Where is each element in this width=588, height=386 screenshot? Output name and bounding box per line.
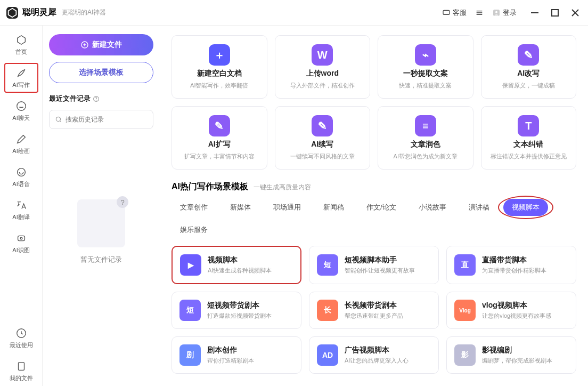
support-button[interactable]: 客服: [438, 6, 471, 20]
close-button[interactable]: [569, 6, 582, 19]
action-title: 一秒提取文案: [403, 69, 448, 78]
svg-point-6: [17, 101, 26, 110]
support-label: 客服: [453, 8, 467, 18]
template-card[interactable]: 影影视编剧编剧梦，帮你完成影视剧本: [446, 336, 576, 374]
maximize-button[interactable]: [549, 6, 561, 19]
svg-rect-11: [18, 362, 24, 370]
sidebar-item-voice[interactable]: AI语音: [4, 162, 38, 192]
svg-rect-4: [552, 10, 558, 16]
help-icon: [93, 95, 100, 102]
action-icon: ＋: [209, 44, 230, 66]
new-file-label: 新建文件: [92, 40, 122, 50]
template-card[interactable]: AD广告视频脚本AI让您的品牌更深入人心: [309, 336, 439, 374]
template-title: 短视频脚本助手: [345, 255, 415, 265]
action-desc: 扩写文章，丰富情节和内容: [184, 152, 255, 160]
action-card[interactable]: ✎AI改写保留原义，一键成稿: [481, 35, 577, 99]
search-box[interactable]: [49, 110, 153, 129]
app-logo-icon: [6, 7, 18, 19]
action-card[interactable]: T文本纠错标注错误文本并提供修正意见: [481, 106, 577, 170]
template-icon: 直: [454, 254, 476, 276]
template-desc: 帮你打造精彩剧本: [207, 357, 254, 365]
sidebar-item-label: AI语音: [12, 180, 29, 188]
template-desc: 智能创作让短视频更有故事: [345, 267, 415, 275]
sidebar-item-label: 我的文件: [10, 374, 33, 382]
sidebar-item-label: AI识图: [12, 246, 29, 254]
sidebar-item-translate[interactable]: AI翻译: [4, 195, 38, 225]
action-card[interactable]: ≡文章润色AI帮您润色为成为新文章: [378, 106, 473, 170]
template-tab[interactable]: 视频脚本: [503, 199, 548, 216]
action-icon: ✎: [209, 115, 230, 136]
template-tab[interactable]: 新闻稿: [315, 199, 353, 216]
action-card[interactable]: W上传word导入外部文件，精准创作: [275, 35, 371, 99]
template-title: vlog视频脚本: [482, 301, 551, 310]
sidebar-item-write[interactable]: AI写作: [4, 63, 38, 93]
sidebar-item-draw[interactable]: AI绘画: [4, 129, 38, 159]
left-panel: 新建文件 选择场景模板 最近文件记录 暂无文件记录: [43, 26, 160, 386]
sidebar-item-home[interactable]: 首页: [4, 30, 38, 60]
template-desc: 编剧梦，帮你完成影视剧本: [482, 357, 552, 365]
template-card[interactable]: ▶视频脚本AI快速生成各种视频脚本: [172, 246, 301, 284]
template-desc: 为直播带货创作精彩脚本: [482, 267, 546, 275]
menu-button[interactable]: [471, 6, 488, 19]
action-desc: AI智能写作，效率翻倍: [190, 82, 248, 90]
template-card[interactable]: 长长视频带货剧本帮您迅速带红更多产品: [309, 292, 439, 329]
titlebar: 聪明灵犀 更聪明的AI神器 客服 登录: [0, 0, 588, 26]
template-tab[interactable]: 新媒体: [222, 199, 259, 216]
template-icon: 影: [454, 344, 476, 366]
sidebar-item-vision[interactable]: AI识图: [4, 228, 38, 258]
template-desc: AI快速生成各种视频脚本: [208, 267, 272, 275]
action-title: AI改写: [517, 69, 540, 78]
template-card[interactable]: 剧剧本创作帮你打造精彩剧本: [172, 336, 301, 374]
choose-template-button[interactable]: 选择场景模板: [49, 62, 153, 83]
action-card[interactable]: ✎AI续写一键续写不同风格的文章: [275, 106, 371, 170]
template-desc: 帮您迅速带红更多产品: [345, 312, 403, 320]
template-icon: ▶: [180, 254, 201, 276]
action-title: AI续写: [311, 140, 333, 149]
action-desc: 保留原义，一键成稿: [502, 82, 555, 90]
action-title: 新建空白文档: [197, 69, 242, 78]
template-desc: 让您的vlog视频更有故事感: [482, 312, 551, 320]
template-card[interactable]: 短短视频脚本助手智能创作让短视频更有故事: [309, 246, 439, 284]
template-icon: AD: [317, 344, 338, 366]
action-icon: ✎: [518, 44, 539, 66]
minimize-button[interactable]: [528, 6, 541, 19]
new-file-button[interactable]: 新建文件: [49, 34, 153, 55]
template-card[interactable]: 短短视频带货剧本打造爆款短视频带货剧本: [172, 292, 301, 329]
template-icon: 短: [317, 254, 338, 276]
template-tab[interactable]: 娱乐服务: [172, 221, 216, 238]
template-title: 影视编剧: [482, 345, 552, 355]
action-title: 文章润色: [411, 140, 440, 149]
empty-text: 暂无文件记录: [80, 255, 122, 264]
sidebar-item-label: AI翻译: [12, 213, 29, 221]
app-title: 聪明灵犀: [22, 7, 56, 18]
action-desc: 一键续写不同风格的文章: [290, 152, 355, 160]
svg-rect-8: [18, 236, 24, 240]
search-input[interactable]: [66, 116, 148, 123]
template-tab[interactable]: 小说故事: [410, 199, 455, 216]
template-tab[interactable]: 职场通用: [265, 199, 309, 216]
template-card[interactable]: 直直播带货脚本为直播带货创作精彩脚本: [446, 246, 576, 284]
template-card[interactable]: Vlogvlog视频脚本让您的vlog视频更有故事感: [446, 292, 576, 329]
template-icon: Vlog: [454, 300, 476, 321]
template-icon: 剧: [179, 344, 201, 366]
template-tab[interactable]: 文章创作: [172, 199, 216, 216]
sidebar-item-files[interactable]: 我的文件: [4, 356, 38, 386]
template-title: 广告视频脚本: [345, 345, 409, 355]
action-card[interactable]: ＋新建空白文档AI智能写作，效率翻倍: [172, 35, 267, 99]
login-button[interactable]: 登录: [488, 6, 521, 20]
section-subtitle: 一键生成高质量内容: [254, 183, 311, 192]
user-icon: [492, 9, 501, 17]
sidebar-item-chat[interactable]: AI聊天: [4, 96, 38, 126]
sidebar-item-recent[interactable]: 最近使用: [4, 323, 38, 353]
sidebar-item-label: 最近使用: [10, 341, 33, 349]
recent-title: 最近文件记录: [49, 94, 153, 103]
sidebar-item-label: AI聊天: [12, 114, 29, 122]
svg-marker-0: [9, 8, 17, 17]
action-card[interactable]: ✎AI扩写扩写文章，丰富情节和内容: [172, 106, 267, 170]
template-tab[interactable]: 作文/论文: [358, 199, 405, 216]
svg-marker-5: [17, 35, 25, 44]
template-tab[interactable]: 演讲稿: [460, 199, 498, 216]
action-card[interactable]: ⌁一秒提取文案快速，精准提取文案: [378, 35, 473, 99]
svg-point-14: [96, 100, 96, 100]
action-desc: 快速，精准提取文案: [399, 82, 452, 90]
